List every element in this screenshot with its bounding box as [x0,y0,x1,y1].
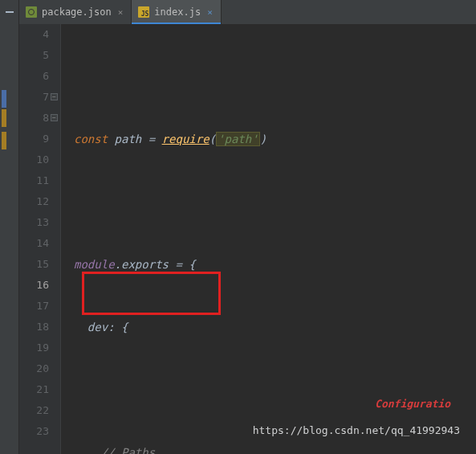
watermark: https://blog.csdn.net/qq_41992943 [253,424,460,436]
code-line: const path = require('path') [74,129,476,149]
line-number: 19 [19,337,49,358]
minus-icon [6,11,14,13]
line-number: 14 [19,233,49,254]
line-number: 21 [19,379,49,400]
code-line [74,191,476,212]
change-marker [2,90,6,108]
line-number: 12 [19,191,49,212]
line-number: 5 [19,45,49,66]
line-number-gutter: 4 5 6 7− 8− 9 10 11 12 13 14 15 16 17 18… [19,24,61,454]
line-number: 17 [19,296,49,317]
line-number: 11 [19,170,49,191]
line-number: 6 [19,66,49,87]
line-number: 4 [19,24,49,45]
line-number: 23 [19,421,49,442]
line-number: 18 [19,317,49,337]
overlay-text: Configuratio [375,394,450,415]
code-line: dev: { [74,317,476,337]
close-icon[interactable]: × [205,7,214,18]
js-file-icon: JS [138,6,149,18]
line-number: 8− [19,108,49,129]
change-marker [2,132,6,149]
code-line [74,66,476,87]
line-number: 15 [19,254,49,275]
editor: 4 5 6 7− 8− 9 10 11 12 13 14 15 16 17 18… [0,24,476,454]
line-number: 9 [19,129,49,149]
tab-label: package.json [42,6,112,18]
code-line: // Paths [74,442,476,454]
code-area[interactable]: const path = require('path') module.expo… [61,24,476,454]
line-number: 22 [19,400,49,421]
tab-index-js[interactable]: JS index.js × [132,0,221,24]
fold-icon[interactable]: − [51,93,58,100]
line-number: 10 [19,149,49,170]
change-marker [2,109,6,127]
line-number-current: 16 [19,275,49,296]
tab-package-json[interactable]: package.json × [19,0,132,24]
editor-tab-bar: package.json × JS index.js × [19,0,476,24]
json-file-icon [26,6,37,18]
fold-icon[interactable]: − [51,114,58,121]
close-icon[interactable]: × [116,7,125,18]
line-number: 20 [19,358,49,379]
tab-label: index.js [154,6,201,18]
left-gutter-strip [0,24,19,454]
line-number: 13 [19,212,49,233]
annotation-highlight-box [82,272,221,315]
line-number: 7− [19,87,49,108]
collapse-button[interactable] [0,0,19,24]
